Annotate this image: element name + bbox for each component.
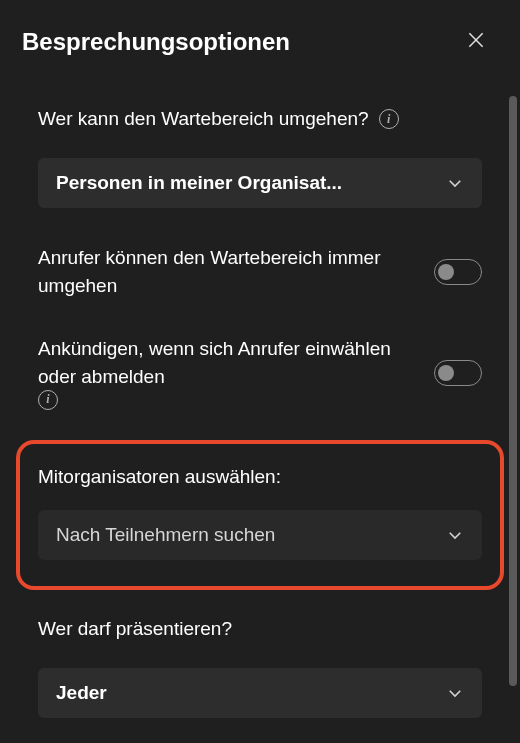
callers-bypass-row: Anrufer können den Wartebereich immer um… <box>38 244 482 299</box>
announce-row: Ankündigen, wenn sich Anrufer einwählen … <box>38 335 482 410</box>
coorganizers-placeholder: Nach Teilnehmern suchen <box>56 524 275 546</box>
announce-label: Ankündigen, wenn sich Anrufer einwählen … <box>38 335 414 410</box>
lobby-bypass-label: Wer kann den Wartebereich umgehen? i <box>38 108 482 130</box>
presenters-label: Wer darf präsentieren? <box>38 618 482 640</box>
coorganizers-highlight: Mitorganisatoren auswählen: Nach Teilneh… <box>16 440 504 590</box>
announce-label-text: Ankündigen, wenn sich Anrufer einwählen … <box>38 335 414 390</box>
panel-header: Besprechungsoptionen <box>0 0 520 90</box>
presenters-dropdown[interactable]: Jeder <box>38 668 482 718</box>
info-icon[interactable]: i <box>38 390 58 410</box>
lobby-bypass-dropdown[interactable]: Personen in meiner Organisat... <box>38 158 482 208</box>
presenters-value: Jeder <box>56 682 107 704</box>
panel-title: Besprechungsoptionen <box>22 28 290 56</box>
panel-content: Wer kann den Wartebereich umgehen? i Per… <box>0 90 520 718</box>
callers-bypass-toggle[interactable] <box>434 259 482 285</box>
chevron-down-icon <box>446 684 464 702</box>
lobby-bypass-label-text: Wer kann den Wartebereich umgehen? <box>38 108 369 130</box>
lobby-bypass-value: Personen in meiner Organisat... <box>56 172 342 194</box>
coorganizers-dropdown[interactable]: Nach Teilnehmern suchen <box>38 510 482 560</box>
chevron-down-icon <box>446 174 464 192</box>
info-icon[interactable]: i <box>379 109 399 129</box>
chevron-down-icon <box>446 526 464 544</box>
close-button[interactable] <box>460 26 492 58</box>
close-icon <box>466 30 486 54</box>
coorganizers-label: Mitorganisatoren auswählen: <box>38 466 482 488</box>
callers-bypass-label: Anrufer können den Wartebereich immer um… <box>38 244 414 299</box>
announce-toggle[interactable] <box>434 360 482 386</box>
meeting-options-panel: Besprechungsoptionen Wer kann den Warteb… <box>0 0 520 743</box>
scrollbar-thumb[interactable] <box>509 96 517 686</box>
